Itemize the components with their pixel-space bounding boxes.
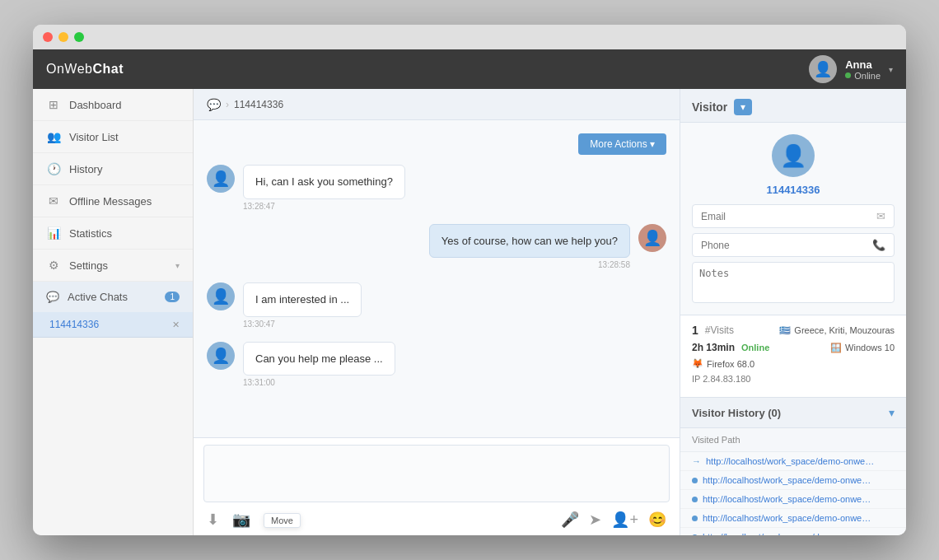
visitor-stats: 1 #Visits 🇬🇷 Greece, Kriti, Mouzouras 2h… bbox=[680, 315, 906, 398]
visitor-header: Visitor ▾ bbox=[680, 89, 906, 123]
message-time: 13:31:00 bbox=[243, 378, 395, 387]
sidebar-item-history[interactable]: 🕐 History bbox=[33, 153, 193, 185]
list-item: http://localhost/work_space/demo-onwebch… bbox=[680, 528, 906, 535]
user-details: Anna Online bbox=[845, 58, 881, 81]
mic-icon[interactable]: 🎤 bbox=[561, 511, 579, 529]
app-logo: OnWebChat bbox=[46, 62, 124, 77]
table-row: 👤 I am interested in ... 13:30:47 bbox=[207, 282, 666, 329]
minimize-traffic-light[interactable] bbox=[58, 32, 68, 42]
message-bubble-wrap: Can you help me please ... 13:31:00 bbox=[243, 342, 395, 388]
os-info: 🪟 Windows 10 bbox=[830, 343, 895, 353]
path-dot-icon bbox=[692, 497, 698, 502]
settings-arrow-icon: ▾ bbox=[175, 261, 180, 270]
sidebar-item-offline-messages[interactable]: ✉ Offline Messages bbox=[33, 185, 193, 217]
app-body: OnWebChat 👤 Anna Online ▾ bbox=[33, 49, 906, 535]
sidebar-item-settings[interactable]: ⚙ Settings ▾ bbox=[33, 250, 193, 282]
sidebar-item-dashboard[interactable]: ⊞ Dashboard bbox=[33, 89, 193, 121]
topbar: OnWebChat 👤 Anna Online ▾ bbox=[33, 49, 906, 89]
breadcrumb-separator: › bbox=[226, 99, 229, 110]
input-tools-left: ⬇ 📷 Move bbox=[207, 511, 301, 529]
list-item: http://localhost/work_space/demo-onwebch… bbox=[680, 471, 906, 490]
message-text: I am interested in ... bbox=[255, 293, 349, 306]
sidebar-item-visitor-list[interactable]: 👥 Visitor List bbox=[33, 121, 193, 153]
visitor-history-title: Visitor History (0) bbox=[692, 407, 781, 419]
location-text: Greece, Kriti, Mouzouras bbox=[794, 325, 895, 335]
input-toolbar: ⬇ 📷 Move 🎤 ➤ 👤+ 😊 bbox=[203, 511, 670, 529]
flag-icon: 🇬🇷 bbox=[779, 325, 791, 336]
main-content: ⊞ Dashboard 👥 Visitor List 🕐 History ✉ O… bbox=[33, 89, 906, 535]
path-url[interactable]: http://localhost/work_space/demo-onwebch… bbox=[703, 494, 876, 504]
visitor-avatar: 👤 bbox=[207, 342, 235, 370]
message-bubble: I am interested in ... bbox=[243, 282, 362, 317]
sub-chat-item[interactable]: 114414336 ✕ bbox=[33, 312, 193, 338]
list-item: http://localhost/work_space/demo-onwebch… bbox=[680, 490, 906, 509]
path-header: Visited Path bbox=[680, 428, 906, 452]
browser-stat: 🦊 Firefox 68.0 bbox=[692, 358, 895, 369]
windows-icon: 🪟 bbox=[830, 343, 842, 353]
settings-icon: ⚙ bbox=[46, 259, 61, 272]
path-dot-icon bbox=[692, 534, 698, 536]
location-info: 🇬🇷 Greece, Kriti, Mouzouras bbox=[779, 325, 895, 336]
list-item: → http://localhost/work_space/demo-onweb… bbox=[680, 452, 906, 471]
visitor-id-link[interactable]: 114414336 bbox=[766, 184, 820, 196]
sidebar: ⊞ Dashboard 👥 Visitor List 🕐 History ✉ O… bbox=[33, 89, 194, 535]
add-user-icon[interactable]: 👤+ bbox=[611, 511, 638, 529]
more-actions-bar: More Actions ▾ bbox=[207, 133, 666, 155]
browser-text: Firefox 68.0 bbox=[707, 359, 754, 369]
email-icon: ✉ bbox=[876, 210, 885, 222]
sidebar-item-label: History bbox=[69, 163, 180, 175]
message-bubble: Yes of course, how can we help you? bbox=[429, 224, 630, 259]
visits-stat: 1 #Visits 🇬🇷 Greece, Kriti, Mouzouras bbox=[692, 324, 895, 337]
download-icon[interactable]: ⬇ bbox=[207, 511, 219, 529]
sidebar-item-active-chats[interactable]: 💬 Active Chats 1 bbox=[33, 282, 193, 312]
right-panel: Visitor ▾ 👤 114414336 ✉ 📞 bbox=[680, 89, 906, 535]
visitor-dropdown-button[interactable]: ▾ bbox=[734, 99, 752, 115]
send-icon[interactable]: ➤ bbox=[589, 511, 601, 529]
breadcrumb-current: 114414336 bbox=[234, 99, 283, 110]
notes-input[interactable] bbox=[692, 262, 895, 303]
close-chat-icon[interactable]: ✕ bbox=[172, 320, 180, 330]
email-input[interactable] bbox=[701, 211, 870, 222]
visitor-avatar: 👤 bbox=[207, 165, 235, 193]
path-url[interactable]: http://localhost/work_space/demo-onwebch… bbox=[703, 475, 876, 485]
visitor-history-section: Visitor History (0) ▾ Visited Path → htt… bbox=[680, 398, 906, 535]
phone-input[interactable] bbox=[701, 240, 866, 251]
path-url[interactable]: http://localhost/work_space/demo-onwebch… bbox=[703, 513, 876, 523]
maximize-traffic-light[interactable] bbox=[74, 32, 84, 42]
breadcrumb-chat-icon: 💬 bbox=[207, 98, 221, 111]
center-panel: 💬 › 114414336 More Actions ▾ 👤 Hi, ca bbox=[194, 89, 680, 535]
chat-area[interactable]: More Actions ▾ 👤 Hi, can I ask you somet… bbox=[194, 120, 680, 437]
close-traffic-light[interactable] bbox=[43, 32, 53, 42]
emoji-icon[interactable]: 😊 bbox=[648, 511, 666, 529]
user-info: 👤 Anna Online ▾ bbox=[809, 55, 893, 83]
message-text: Can you help me please ... bbox=[255, 352, 383, 365]
table-row: 👤 Yes of course, how can we help you? 13… bbox=[207, 224, 666, 270]
tooltip-move: Move bbox=[264, 513, 301, 528]
visitor-avatar: 👤 bbox=[207, 282, 235, 310]
active-chats-icon: 💬 bbox=[46, 291, 59, 303]
user-status: Online bbox=[845, 71, 881, 81]
phone-field-container: 📞 bbox=[692, 233, 895, 257]
table-row: 👤 Hi, can I ask you something? 13:28:47 bbox=[207, 165, 666, 211]
app-window: OnWebChat 👤 Anna Online ▾ bbox=[33, 25, 906, 535]
sidebar-item-label: Visitor List bbox=[69, 131, 180, 143]
visitor-history-header[interactable]: Visitor History (0) ▾ bbox=[680, 398, 906, 428]
path-dot-icon bbox=[692, 516, 698, 521]
message-time: 13:30:47 bbox=[243, 320, 362, 329]
table-row: 👤 Can you help me please ... 13:31:00 bbox=[207, 342, 666, 388]
message-text: Hi, can I ask you something? bbox=[255, 175, 393, 188]
avatar: 👤 bbox=[809, 55, 837, 83]
sidebar-item-statistics[interactable]: 📊 Statistics bbox=[33, 217, 193, 250]
message-bubble: Hi, can I ask you something? bbox=[243, 165, 405, 199]
message-input[interactable] bbox=[203, 445, 670, 502]
visits-label: #Visits bbox=[705, 324, 734, 336]
sidebar-item-label: Dashboard bbox=[69, 99, 180, 111]
camera-icon[interactable]: 📷 bbox=[232, 511, 250, 529]
visitor-list-icon: 👥 bbox=[46, 130, 61, 143]
user-dropdown-arrow[interactable]: ▾ bbox=[889, 65, 893, 74]
online-label: Online bbox=[741, 343, 769, 352]
path-url[interactable]: http://localhost/work_space/demo-onwebch… bbox=[703, 532, 876, 535]
path-url[interactable]: http://localhost/work_space/demo-onwebch… bbox=[706, 456, 879, 466]
more-actions-button[interactable]: More Actions ▾ bbox=[578, 133, 666, 155]
active-chats-badge: 1 bbox=[165, 292, 180, 302]
